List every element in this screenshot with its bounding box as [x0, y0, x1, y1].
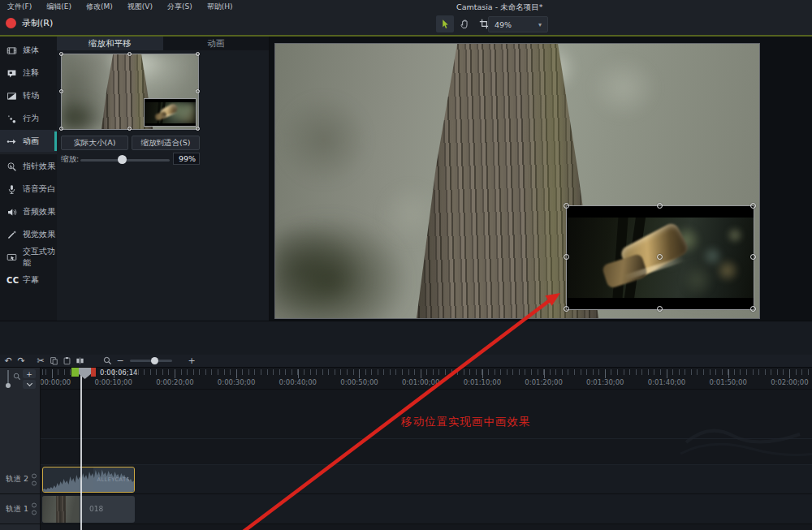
timeline-zoom-slider[interactable] — [130, 360, 172, 362]
resize-handle[interactable] — [196, 89, 200, 93]
scale-to-fit-button[interactable]: 缩放到适合(S) — [132, 136, 200, 150]
sidebar-item-animations[interactable]: 动画 — [0, 130, 57, 153]
resize-handle[interactable] — [59, 52, 63, 56]
menu-modify[interactable]: 修改(M) — [79, 2, 120, 12]
track-options-button[interactable] — [23, 380, 36, 389]
sidebar-item-audio-effects[interactable]: 音频效果 — [0, 200, 57, 223]
resize-handle[interactable] — [657, 203, 663, 209]
ruler-label: 0:02:00;00 — [771, 378, 808, 386]
timeline: 0:00:00;000:00:10;000:00:20;000:00:30;00… — [0, 368, 812, 530]
track-1-header: 轨道 1 — [0, 494, 40, 524]
timeline-zoom-in-button[interactable]: + — [185, 355, 198, 367]
track-lock-toggle[interactable] — [32, 511, 37, 515]
menu-view[interactable]: 视图(V) — [120, 2, 160, 12]
preview-pip — [144, 98, 197, 127]
resize-handle[interactable] — [564, 306, 569, 312]
copy-button[interactable] — [47, 355, 60, 367]
track-height-slider[interactable] — [7, 370, 9, 385]
select-tool-button[interactable] — [436, 15, 454, 32]
resize-handle[interactable] — [750, 203, 756, 209]
watermark-swoosh — [674, 416, 812, 473]
cursor-effects-icon — [6, 162, 17, 172]
resize-handle[interactable] — [196, 52, 200, 56]
playhead-line[interactable] — [80, 368, 82, 530]
sidebar-item-annotations[interactable]: 注释 — [0, 62, 57, 84]
hand-icon — [460, 19, 470, 29]
resize-handle[interactable] — [564, 254, 569, 260]
zoom-pan-preview[interactable] — [61, 54, 199, 130]
menu-share[interactable]: 分享(S) — [160, 2, 200, 12]
ruler-label: 0:01:00;00 — [402, 378, 439, 386]
sidebar-item-interactivity[interactable]: 交互式功能 — [0, 246, 57, 269]
pip-video[interactable] — [566, 205, 754, 310]
timeline-clip-track2[interactable]: ALLEYCATS — [42, 467, 135, 493]
resize-handle[interactable] — [657, 306, 663, 312]
chevron-down-icon — [26, 381, 32, 386]
track-lock-toggle[interactable] — [32, 480, 37, 485]
canvas-tools — [436, 15, 493, 32]
playhead-out-handle[interactable] — [91, 368, 96, 377]
resize-handle[interactable] — [196, 127, 200, 131]
sidebar-item-transitions[interactable]: 转场 — [0, 84, 57, 107]
tab-animations[interactable]: 动画 — [163, 37, 270, 50]
animation-icon — [6, 136, 17, 147]
film-icon — [6, 45, 17, 56]
resize-handle[interactable] — [127, 127, 132, 131]
redo-button[interactable]: ↷ — [15, 355, 28, 367]
ruler-label: 0:01:20;00 — [525, 378, 562, 386]
sidebar-item-media[interactable]: 媒体 — [0, 39, 57, 62]
add-track-button[interactable]: + — [23, 369, 36, 378]
paste-button[interactable] — [60, 355, 73, 367]
timeline-zoom-handle[interactable] — [151, 357, 158, 364]
tab-zoom-n-pan[interactable]: 缩放和平移 — [57, 37, 163, 50]
sidebar-label: 音频效果 — [23, 206, 55, 218]
timeline-clip-track1[interactable]: 018 — [42, 496, 135, 523]
resize-handle[interactable] — [564, 203, 569, 209]
scale-value-box[interactable]: 99% — [173, 153, 200, 165]
canvas-zoom-dropdown[interactable]: 49% ▾ — [488, 16, 548, 32]
sidebar-label: 视觉效果 — [23, 229, 55, 240]
track-header-column: + 轨道 2 轨道 1 — [0, 368, 41, 530]
split-icon — [76, 356, 84, 365]
actual-size-button[interactable]: 实际大小(A) — [61, 136, 128, 150]
sidebar-label: 注释 — [23, 67, 39, 79]
sidebar-divider — [0, 153, 57, 154]
camtasia-window: 文件(F) 编辑(E) 修改(M) 视图(V) 分享(S) 帮助(H) Camt… — [0, 0, 812, 530]
sidebar-label: 转场 — [23, 90, 39, 101]
track-1-lane — [41, 494, 812, 524]
resize-handle[interactable] — [59, 127, 63, 131]
undo-button[interactable]: ↶ — [2, 355, 15, 367]
timeline-zoom-out-button[interactable]: − — [114, 355, 127, 367]
sidebar-item-captions[interactable]: CC 字幕 — [0, 269, 57, 291]
sidebar-item-cursor-effects[interactable]: 指针效果 — [0, 155, 57, 178]
timeline-ruler[interactable]: 0:00:00;000:00:10;000:00:20;000:00:30;00… — [41, 368, 812, 390]
stage — [270, 37, 812, 321]
pan-tool-button[interactable] — [456, 15, 473, 32]
microphone-icon — [6, 184, 17, 195]
chevron-down-icon: ▾ — [538, 21, 542, 28]
ruler-label: 0:01:10;00 — [464, 378, 501, 386]
timeline-zoom-button[interactable] — [101, 355, 114, 367]
split-button[interactable] — [73, 355, 86, 367]
cut-button[interactable]: ✂ — [34, 355, 47, 367]
resize-handle[interactable] — [750, 306, 756, 312]
track-visibility-toggle[interactable] — [32, 503, 37, 508]
sidebar-item-visual-effects[interactable]: 视觉效果 — [0, 223, 57, 246]
sidebar-item-voice-narration[interactable]: 语音旁白 — [0, 178, 57, 200]
panel-tabs: 缩放和平移 动画 — [57, 37, 269, 50]
scale-slider-handle[interactable] — [118, 155, 127, 164]
menu-edit[interactable]: 编辑(E) — [39, 2, 79, 12]
resize-handle[interactable] — [59, 89, 63, 93]
resize-handle[interactable] — [127, 52, 132, 56]
sidebar-item-behaviors[interactable]: 行为 — [0, 107, 57, 130]
ruler-label: 0:01:40;00 — [648, 378, 685, 386]
playhead-in-handle[interactable] — [71, 368, 79, 377]
track-visibility-toggle[interactable] — [32, 473, 37, 478]
ruler-label: 0:00:20;00 — [156, 378, 193, 386]
annotation-text: 移动位置实现画中画效果 — [401, 415, 531, 429]
menu-file[interactable]: 文件(F) — [0, 2, 39, 12]
canvas[interactable] — [274, 43, 760, 319]
record-button[interactable]: 录制(R) — [6, 17, 53, 29]
menu-help[interactable]: 帮助(H) — [200, 2, 240, 12]
clip-name: 018 — [89, 505, 103, 513]
